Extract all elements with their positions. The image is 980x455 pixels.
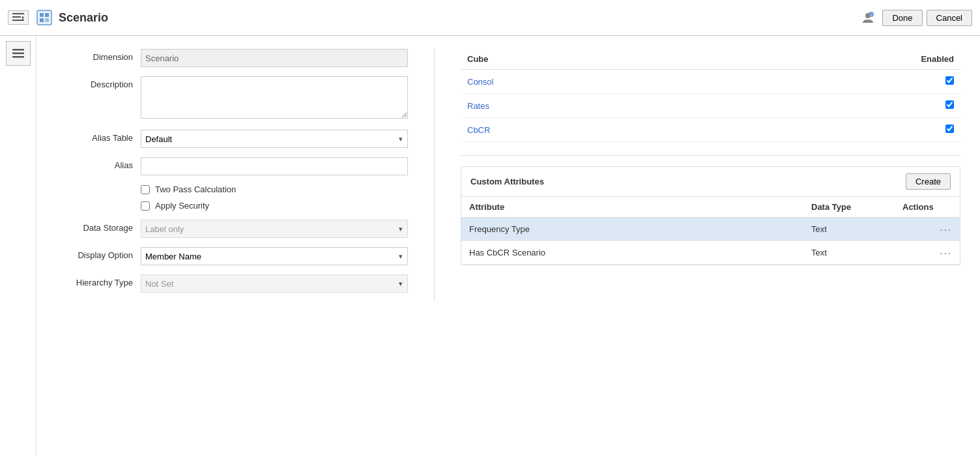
cube-name[interactable]: CbCR — [461, 118, 691, 142]
data-storage-label: Data Storage — [56, 220, 141, 233]
main-content: Dimension Scenario Description Alias Tab… — [36, 36, 980, 455]
svg-text:+: + — [870, 13, 872, 17]
cube-name[interactable]: Rates — [461, 94, 691, 118]
cube-table-row: CbCR — [461, 118, 960, 142]
attr-name: Has CbCR Scenario — [461, 241, 803, 265]
svg-rect-4 — [37, 10, 51, 25]
two-pass-label: Two Pass Calculation — [155, 184, 236, 194]
user-icon: + — [860, 10, 876, 25]
attribute-table: Attribute Data Type Actions Frequency Ty… — [461, 197, 960, 265]
cube-enabled-cell — [691, 118, 960, 142]
right-column: Cube Enabled Consol Rates — [461, 49, 960, 302]
cube-table-row: Rates — [461, 94, 960, 118]
display-option-label: Display Option — [56, 247, 141, 260]
svg-rect-6 — [45, 13, 49, 17]
custom-attributes-section: Custom Attributes Create Attribute Data … — [461, 166, 960, 265]
hierarchy-type-select[interactable]: Not Set — [141, 274, 408, 293]
create-button[interactable]: Create — [906, 173, 951, 190]
cube-table-header: Cube Enabled — [461, 49, 960, 70]
svg-rect-2 — [12, 20, 24, 21]
datatype-col-header: Data Type — [803, 197, 895, 218]
description-label: Description — [56, 76, 141, 89]
data-storage-select[interactable]: Label only — [141, 220, 408, 238]
alias-table-select[interactable]: Default — [141, 130, 408, 148]
cube-table-row: Consol — [461, 70, 960, 94]
display-option-row: Display Option Member Name ▾ — [56, 247, 408, 265]
section-divider — [461, 155, 960, 156]
dimension-label: Dimension — [56, 49, 141, 62]
data-storage-select-wrapper: Label only ▾ — [141, 220, 408, 238]
cube-name[interactable]: Consol — [461, 70, 691, 94]
hierarchy-type-row: Hierarchy Type Not Set ▾ — [56, 274, 408, 293]
cube-col-header: Cube — [461, 49, 691, 70]
sidebar-menu-button[interactable] — [6, 41, 31, 66]
actions-menu-icon[interactable]: ··· — [940, 224, 952, 235]
breadcrumb-icon[interactable] — [8, 10, 29, 25]
header-icon-group — [8, 10, 29, 25]
cube-enabled-cell — [691, 94, 960, 118]
svg-rect-1 — [12, 16, 21, 18]
two-pass-checkbox[interactable] — [141, 185, 150, 194]
alias-table-control: Default ▾ — [141, 130, 408, 148]
attr-actions: ··· — [895, 241, 960, 265]
data-storage-row: Data Storage Label only ▾ — [56, 220, 408, 238]
description-input[interactable] — [141, 76, 408, 119]
scenario-icon — [35, 8, 53, 27]
hierarchy-type-label: Hierarchy Type — [56, 274, 141, 287]
cancel-button[interactable]: Cancel — [927, 10, 972, 26]
alias-table-label: Alias Table — [56, 130, 141, 143]
enabled-col-header: Enabled — [691, 49, 960, 70]
apply-security-checkbox[interactable] — [141, 201, 150, 211]
cube-enabled-checkbox[interactable] — [945, 125, 954, 133]
attr-name: Frequency Type — [461, 218, 803, 241]
attr-datatype: Text — [803, 241, 895, 265]
display-option-select-wrapper: Member Name ▾ — [141, 247, 408, 265]
left-column: Dimension Scenario Description Alias Tab… — [56, 49, 408, 302]
svg-rect-5 — [40, 13, 44, 17]
cube-enabled-checkbox[interactable] — [945, 100, 954, 109]
attr-datatype: Text — [803, 218, 895, 241]
svg-rect-0 — [12, 13, 24, 14]
header-actions: + Done Cancel — [860, 10, 972, 26]
hierarchy-type-control: Not Set ▾ — [141, 274, 408, 293]
attr-actions: ··· — [895, 218, 960, 241]
dimension-value: Scenario — [141, 49, 408, 67]
actions-menu-icon[interactable]: ··· — [940, 247, 952, 258]
alias-label: Alias — [56, 157, 141, 170]
alias-table-row: Alias Table Default ▾ — [56, 130, 408, 148]
layout: Dimension Scenario Description Alias Tab… — [0, 36, 980, 455]
custom-attr-title: Custom Attributes — [470, 177, 544, 186]
display-option-select[interactable]: Member Name — [141, 247, 408, 265]
svg-rect-14 — [12, 56, 24, 58]
dimension-control: Scenario — [141, 49, 408, 67]
cube-enabled-checkbox[interactable] — [945, 76, 954, 85]
alias-table-select-wrapper: Default ▾ — [141, 130, 408, 148]
header: Scenario + Done Cancel — [0, 0, 980, 36]
vertical-divider — [434, 49, 435, 302]
alias-input[interactable] — [141, 157, 408, 175]
done-button[interactable]: Done — [882, 10, 922, 26]
svg-rect-8 — [45, 18, 49, 22]
attr-table-row[interactable]: Frequency Type Text ··· — [461, 218, 960, 241]
custom-attr-header: Custom Attributes Create — [461, 167, 960, 197]
attr-table-row[interactable]: Has CbCR Scenario Text ··· — [461, 241, 960, 265]
alias-control — [141, 157, 408, 175]
page-title: Scenario — [35, 8, 860, 27]
cube-table: Cube Enabled Consol Rates — [461, 49, 960, 142]
apply-security-row: Apply Security — [141, 201, 408, 211]
cube-link[interactable]: Rates — [467, 101, 489, 111]
checkbox-group: Two Pass Calculation Apply Security — [141, 184, 408, 211]
display-option-control: Member Name ▾ — [141, 247, 408, 265]
svg-rect-12 — [12, 49, 24, 51]
description-row: Description — [56, 76, 408, 121]
svg-rect-7 — [40, 18, 44, 22]
apply-security-label: Apply Security — [155, 201, 209, 211]
alias-row: Alias — [56, 157, 408, 175]
attr-table-header: Attribute Data Type Actions — [461, 197, 960, 218]
description-control — [141, 76, 408, 121]
content-grid: Dimension Scenario Description Alias Tab… — [56, 49, 960, 302]
cube-link[interactable]: CbCR — [467, 125, 490, 135]
cube-link[interactable]: Consol — [467, 77, 493, 87]
two-pass-row: Two Pass Calculation — [141, 184, 408, 194]
svg-marker-3 — [22, 16, 24, 20]
